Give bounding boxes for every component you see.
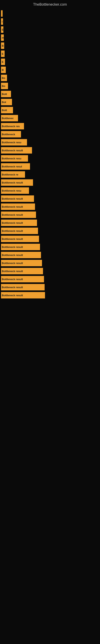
bar-item: Bottleneck result	[1, 244, 40, 250]
bar-item: i	[1, 18, 3, 25]
bar-row: i	[1, 18, 100, 25]
bar-item: B	[1, 66, 6, 73]
bar-row: Bottleneck result	[1, 268, 100, 274]
site-title: TheBottlenecker.com	[0, 0, 100, 8]
bar-row: Bottleneck result	[1, 236, 100, 242]
bar-row: Bottleneck result	[1, 292, 100, 298]
bar-row: Bottleneck re	[1, 171, 100, 178]
bar-row: Bottleneck resu	[1, 187, 100, 194]
bar-item: Bottleneck result	[1, 260, 42, 266]
bar-row: Bottleneck res	[1, 123, 100, 130]
bar-item: Bottleneck resu	[1, 155, 28, 162]
bar-item: Bottleneck result	[1, 236, 39, 242]
bar-item: Bottleneck result	[1, 147, 32, 154]
bar-item: B	[1, 42, 4, 49]
bar-row: E	[1, 50, 100, 57]
bar-item: Bottleneck result	[1, 196, 34, 202]
bar-item: Bot	[1, 99, 12, 105]
bar-row: Bottleneck	[1, 131, 100, 138]
bar-row: Bottleneck result	[1, 212, 100, 218]
bar-row: Bottleneck result	[1, 284, 100, 290]
bar-row	[1, 10, 100, 17]
bar-item: Bottleneck result	[1, 228, 38, 234]
bar-row: E	[1, 26, 100, 33]
bar-row: Bo	[1, 75, 100, 81]
bar-row: Bottleneck result	[1, 196, 100, 202]
bar-row: Bottleneck result	[1, 276, 100, 282]
bar-item: m	[1, 34, 4, 41]
bar-item: Bottleneck resu	[1, 139, 27, 146]
bar-item: E	[1, 26, 3, 33]
bar-item: Bottleneck result	[1, 212, 36, 218]
bar-item: Bottleneck result	[1, 179, 33, 186]
bar-item: Bottleneck result	[1, 292, 45, 298]
bar-row: Bottleneck resu	[1, 155, 100, 162]
bar-item: Bottleneck result	[1, 268, 43, 274]
bar-item: Bott	[1, 107, 13, 113]
bar-row: Bottleneck result	[1, 204, 100, 210]
bar-row: B	[1, 42, 100, 49]
bar-row: Bo	[1, 83, 100, 89]
bar-item: Bottleneck result	[1, 276, 44, 282]
bar-item: Bo	[1, 75, 7, 81]
bar-row: Bott	[1, 107, 100, 113]
bar-item: Bottleneck res	[1, 123, 24, 130]
bars-container: iEmBEEBBoBoBottBotBottBottlenecBottlenec…	[0, 8, 100, 300]
bar-item: Bottlenec	[1, 115, 18, 121]
bar-item: Bottleneck result	[1, 204, 35, 210]
bar-row: Bottleneck result	[1, 228, 100, 234]
bar-row: Bottleneck result	[1, 260, 100, 266]
bar-row: Bottleneck resu	[1, 139, 100, 146]
bar-item: Bottleneck result	[1, 284, 45, 290]
bar-row: m	[1, 34, 100, 41]
bar-item: E	[1, 50, 4, 57]
bar-row: Bot	[1, 99, 100, 105]
bar-row: Bottleneck result	[1, 244, 100, 250]
bar-row: Bottleneck result	[1, 252, 100, 258]
bar-row: Bottleneck result	[1, 179, 100, 186]
bar-row: Bottleneck resul	[1, 163, 100, 170]
bar-row: E	[1, 58, 100, 65]
bar-row: Bott	[1, 91, 100, 97]
bar-item	[1, 10, 2, 17]
bar-row: Bottleneck result	[1, 220, 100, 226]
bar-row: Bottlenec	[1, 115, 100, 121]
bar-item: Bo	[1, 83, 8, 89]
bar-item: Bottleneck resul	[1, 163, 30, 170]
bar-item: Bottleneck result	[1, 252, 41, 258]
bar-row: B	[1, 66, 100, 73]
bar-item: Bott	[1, 91, 11, 97]
bar-item: E	[1, 58, 5, 65]
bar-row: Bottleneck result	[1, 147, 100, 154]
bar-item: Bottleneck resu	[1, 187, 29, 194]
bar-item: Bottleneck result	[1, 220, 37, 226]
bar-item: Bottleneck re	[1, 171, 25, 178]
bar-item: Bottleneck	[1, 131, 21, 138]
